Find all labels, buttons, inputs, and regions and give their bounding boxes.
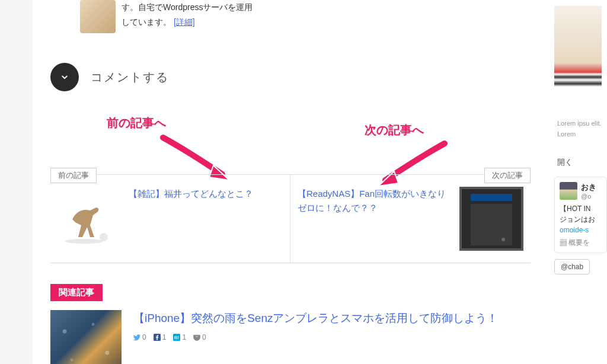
prev-annotation-label: 前の記事へ xyxy=(107,115,166,131)
svg-point-4 xyxy=(501,238,505,241)
svg-text:B!: B! xyxy=(174,335,179,340)
next-post-thumbnail xyxy=(459,187,523,251)
tweet-text: 【HOT IN xyxy=(560,205,590,213)
sidebar: Lorem ipsu elit. Lorem 開く おき @o 【HOT IN … xyxy=(548,0,607,364)
related-item[interactable]: 【iPhone】突然の雨をSenzアンブレラとスマホを活用して防御しよう！ 0 … xyxy=(50,310,531,364)
tweet-handle: @o xyxy=(581,193,596,200)
nav-annotations: 前の記事へ 次の記事へ xyxy=(50,115,531,174)
svg-point-0 xyxy=(100,233,108,241)
social-stats: 0 1 B! 1 0 xyxy=(133,333,531,341)
prev-badge: 前の記事 xyxy=(50,168,97,183)
tweet-name: おき xyxy=(581,182,596,193)
prev-post-thumbnail xyxy=(57,187,122,251)
sidebar-lorem: Lorem ipsu elit. Lorem xyxy=(554,119,607,139)
facebook-icon xyxy=(154,334,161,341)
tweet-summary: ▦ 概要を xyxy=(560,238,602,248)
prev-post-title: 【雑記】福井ってどんなとこ？ xyxy=(129,187,253,201)
sidebar-image xyxy=(554,6,602,101)
prev-post-link[interactable]: 【雑記】福井ってどんなとこ？ xyxy=(50,175,290,263)
summary-icon: ▦ xyxy=(560,238,568,247)
sidebar-open-label[interactable]: 開く xyxy=(554,157,607,168)
pocket-count: 0 xyxy=(193,333,206,341)
follow-button[interactable]: @chab xyxy=(554,259,590,274)
tweet-text: ジョンはお xyxy=(560,215,595,223)
next-annotation-label: 次の記事へ xyxy=(365,122,424,138)
tweet-avatar xyxy=(560,182,577,200)
tweet-link[interactable]: omoide-s xyxy=(560,226,589,234)
hatena-count: B! 1 xyxy=(173,333,186,341)
comment-section: コメントする xyxy=(50,63,531,91)
related-thumbnail xyxy=(50,310,122,364)
expand-comment-button[interactable] xyxy=(50,63,79,91)
hatena-icon: B! xyxy=(173,334,180,341)
bio-line: しています。 xyxy=(122,17,174,27)
avatar xyxy=(80,0,116,33)
pocket-icon xyxy=(193,334,200,341)
author-detail-link[interactable]: [詳細] xyxy=(174,17,195,27)
tweet-card[interactable]: おき @o 【HOT IN ジョンはお omoide-s ▦ 概要を xyxy=(554,177,607,253)
related-badge: 関連記事 xyxy=(50,284,103,301)
bio-text: す。自宅でWordpressサーバを運用 しています。 [詳細] xyxy=(122,0,253,30)
post-navigation: 前の記事 次の記事 【雑記】福井ってどんなとこ？ 【ReadyNAS】Fan回転… xyxy=(50,174,531,263)
facebook-count: 1 xyxy=(154,333,167,341)
chevron-down-icon xyxy=(59,72,70,82)
svg-rect-2 xyxy=(471,194,512,201)
comment-title: コメントする xyxy=(91,69,169,85)
related-section: 関連記事 【iPhone】突然の雨をSenzアンブレラとスマホを活用して防御しよ… xyxy=(50,284,531,364)
next-post-title: 【ReadyNAS】Fan回転数がいきなりゼロに！なんで？？ xyxy=(298,187,452,215)
svg-rect-3 xyxy=(471,204,512,245)
bio-line: す。自宅でWordpressサーバを運用 xyxy=(122,2,253,12)
next-post-link[interactable]: 【ReadyNAS】Fan回転数がいきなりゼロに！なんで？？ xyxy=(290,175,531,263)
twitter-icon xyxy=(133,334,140,341)
main-content: す。自宅でWordpressサーバを運用 しています。 [詳細] コメントする … xyxy=(33,0,548,364)
next-badge: 次の記事 xyxy=(484,168,531,183)
related-title: 【iPhone】突然の雨をSenzアンブレラとスマホを活用して防御しよう！ xyxy=(133,310,531,327)
author-bio: す。自宅でWordpressサーバを運用 しています。 [詳細] xyxy=(50,0,531,33)
twitter-count: 0 xyxy=(133,333,146,341)
svg-point-1 xyxy=(65,239,103,244)
